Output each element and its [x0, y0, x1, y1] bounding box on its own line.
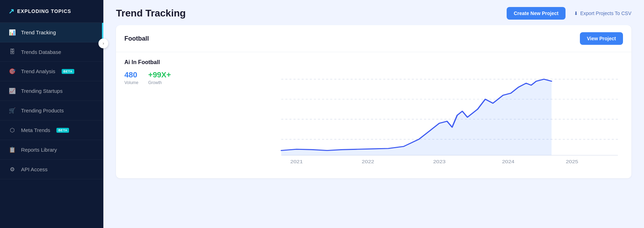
page-title: Trend Tracking: [116, 8, 186, 19]
api-access-label: API Access: [21, 166, 48, 172]
growth-label: Growth: [148, 80, 171, 85]
reports-library-icon: 📋: [8, 146, 16, 153]
sidebar-item-meta-trends[interactable]: ⬡Meta TrendsBETA: [0, 120, 103, 140]
sidebar-item-trending-startups[interactable]: 📈Trending Startups: [0, 81, 103, 101]
svg-text:2022: 2022: [362, 159, 374, 164]
trends-database-icon: 🗄: [8, 49, 16, 55]
meta-trends-icon: ⬡: [8, 127, 16, 133]
sidebar: ↗ EXPLODING TOPICS › 📊Trend Tracking🗄Tre…: [0, 0, 103, 228]
trending-startups-label: Trending Startups: [21, 88, 63, 94]
api-access-icon: ⚙: [8, 166, 16, 173]
download-icon: ⬇: [574, 11, 578, 16]
sidebar-item-trend-analysis[interactable]: 🎯Trend AnalysisBETA: [0, 62, 103, 81]
trend-name: Ai In Football: [124, 59, 258, 65]
trending-startups-icon: 📈: [8, 88, 16, 94]
svg-text:2023: 2023: [433, 159, 446, 164]
trend-analysis-badge: BETA: [62, 69, 74, 74]
sidebar-item-trending-products[interactable]: 🛒Trending Products: [0, 101, 103, 120]
sidebar-item-reports-library[interactable]: 📋Reports Library: [0, 140, 103, 160]
logo-icon: ↗: [8, 7, 14, 15]
project-card: Football View Project Ai In Football 480…: [116, 25, 631, 178]
view-project-button[interactable]: View Project: [580, 32, 623, 45]
svg-text:2021: 2021: [290, 159, 303, 164]
volume-label: Volume: [124, 80, 138, 85]
trend-item: Ai In Football 480 Volume +99X+ Growth: [116, 52, 631, 178]
page-header: Trend Tracking Create New Project ⬇ Expo…: [103, 0, 644, 25]
logo: ↗ EXPLODING TOPICS: [0, 0, 103, 23]
logo-text: EXPLODING TOPICS: [17, 8, 71, 14]
sidebar-item-trends-database[interactable]: 🗄Trends Database: [0, 42, 103, 62]
project-name: Football: [124, 35, 149, 42]
trend-stats: 480 Volume +99X+ Growth: [124, 70, 258, 85]
trend-chart: 2021 2022 2023 2024 2025: [266, 59, 623, 171]
volume-value: 480: [124, 70, 138, 80]
growth-value: +99X+: [148, 70, 171, 80]
reports-library-label: Reports Library: [21, 147, 57, 153]
meta-trends-label: Meta Trends: [21, 127, 50, 133]
volume-stat: 480 Volume: [124, 70, 138, 85]
growth-stat: +99X+ Growth: [148, 70, 171, 85]
sidebar-item-trend-tracking[interactable]: 📊Trend Tracking: [0, 23, 103, 42]
sidebar-item-api-access[interactable]: ⚙API Access: [0, 160, 103, 179]
trends-database-label: Trends Database: [21, 49, 61, 55]
trend-info: Ai In Football 480 Volume +99X+ Growth: [124, 59, 258, 171]
project-header: Football View Project: [116, 25, 631, 52]
main-content: Trend Tracking Create New Project ⬇ Expo…: [103, 0, 644, 228]
content-area: Football View Project Ai In Football 480…: [103, 25, 644, 228]
trend-chart-area: 2021 2022 2023 2024 2025: [266, 59, 623, 171]
meta-trends-badge: BETA: [56, 128, 69, 133]
trend-tracking-icon: 📊: [8, 29, 16, 36]
export-csv-button[interactable]: ⬇ Export Projects To CSV: [574, 11, 631, 16]
svg-text:2025: 2025: [566, 159, 578, 164]
trending-products-label: Trending Products: [21, 108, 64, 113]
trend-analysis-label: Trend Analysis: [21, 68, 55, 74]
create-project-button[interactable]: Create New Project: [507, 7, 566, 20]
svg-text:2024: 2024: [502, 159, 515, 164]
trend-analysis-icon: 🎯: [8, 68, 16, 75]
trending-products-icon: 🛒: [8, 107, 16, 114]
export-label: Export Projects To CSV: [580, 11, 631, 16]
header-actions: Create New Project ⬇ Export Projects To …: [507, 7, 631, 20]
sidebar-collapse-button[interactable]: ›: [98, 39, 108, 48]
trend-tracking-label: Trend Tracking: [21, 29, 56, 35]
sidebar-nav: 📊Trend Tracking🗄Trends Database🎯Trend An…: [0, 23, 103, 179]
